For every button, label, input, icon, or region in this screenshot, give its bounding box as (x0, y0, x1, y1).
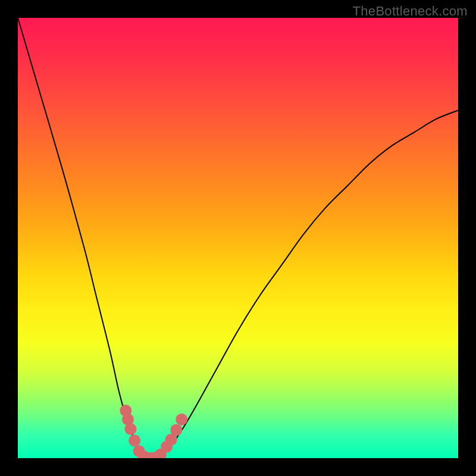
highlight-dot (170, 424, 182, 436)
highlight-dot (124, 423, 136, 435)
bottleneck-curve-path (18, 18, 458, 458)
highlight-dot (129, 434, 140, 446)
curve-svg (18, 18, 458, 458)
marker-group (120, 405, 187, 458)
plot-area (18, 18, 458, 458)
highlight-dot (176, 414, 187, 425)
chart-frame: TheBottleneck.com (0, 0, 476, 476)
watermark-text: TheBottleneck.com (353, 4, 468, 19)
